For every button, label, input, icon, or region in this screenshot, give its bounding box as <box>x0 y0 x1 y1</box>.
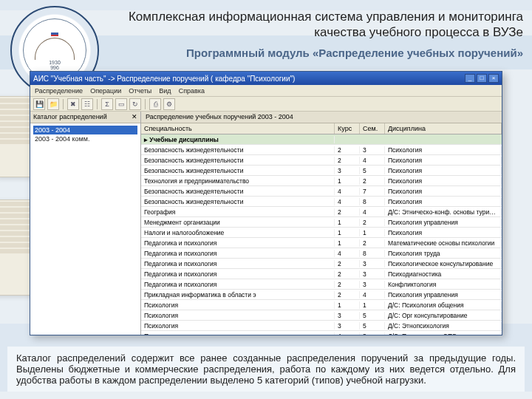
cell-kurs: 2 <box>335 291 360 299</box>
col-disc[interactable]: Дисциплина <box>385 123 502 134</box>
col-sem[interactable]: Сем. <box>360 123 385 134</box>
cell-sem: 4 <box>360 157 385 164</box>
cell-spec: Менеджмент организации <box>141 219 335 226</box>
table-row[interactable]: Педагогика и психология23Конфликтология <box>141 279 502 290</box>
cell-spec: Безопасность жизнедеятельности <box>141 157 335 164</box>
table-row[interactable]: Технология и предпринимательство12Психол… <box>141 176 502 186</box>
menu-item[interactable]: Отчеты <box>129 87 151 95</box>
table-row[interactable]: Прикладная информатика в области э24Псих… <box>141 290 502 300</box>
tool-icon[interactable]: ⚙ <box>163 98 175 110</box>
cell-spec: Педагогика и психология <box>141 260 335 267</box>
cell-sem: 8 <box>360 332 385 335</box>
table-row[interactable]: Налоги и налогообложение11Психология <box>141 228 502 238</box>
cell-kurs: 2 <box>335 208 360 216</box>
slide-caption: Каталог распределений содержит все ранее… <box>7 347 525 392</box>
table-row[interactable]: Безопасность жизнедеятельности24Психолог… <box>141 155 502 166</box>
menu-item[interactable]: Справка <box>179 87 205 95</box>
cell-kurs: 4 <box>335 250 360 257</box>
cell-kurs: 4 <box>335 188 360 195</box>
cell-disc: Психология <box>385 157 502 164</box>
grid-title: Распределение учебных поручений 2003 - 2… <box>141 112 502 123</box>
table-row[interactable]: Педагогика и психология23Психологическое… <box>141 259 502 269</box>
flag-icon <box>51 31 58 36</box>
cell-spec: Педагогика и психология <box>141 239 335 247</box>
cell-sem: 1 <box>360 301 385 309</box>
separator <box>63 99 64 109</box>
cell-disc: Психология <box>385 198 502 205</box>
table-row[interactable]: Менеджмент организации12Психология управ… <box>141 217 502 228</box>
cell-kurs: 1 <box>335 177 360 185</box>
table-row[interactable]: География24Д/С: Этническо-конф. основы т… <box>141 207 502 217</box>
tree-icon[interactable]: ☷ <box>81 98 93 110</box>
cell-kurs: 4 <box>335 198 360 205</box>
catalog-title: Каталог распределений <box>33 113 107 121</box>
cell-sem: 8 <box>360 198 385 205</box>
cell-disc: Психология <box>385 167 502 174</box>
cell-sem: 2 <box>360 219 385 226</box>
page-icon[interactable]: ▭ <box>115 98 127 110</box>
col-spec[interactable]: Специальность <box>141 123 335 134</box>
cell-spec: Педагогика и психология <box>141 270 335 278</box>
table-row[interactable]: Психология11Д/С: Психология общения <box>141 300 502 310</box>
cell-kurs: 3 <box>335 322 360 330</box>
table-row[interactable]: Безопасность жизнедеятельности23Психолог… <box>141 145 502 155</box>
cell-disc: Психология управления <box>385 291 502 299</box>
table-row[interactable]: Педагогика и психология48Психология труд… <box>141 248 502 259</box>
table-row[interactable]: Психология48Д/С: Практикум по СПЭ <box>141 331 502 335</box>
menu-item[interactable]: Распределение <box>35 87 83 95</box>
group-row[interactable]: ▸ Учебные дисциплины <box>141 134 502 145</box>
cell-sem: 7 <box>360 188 385 195</box>
grid-body[interactable]: ▸ Учебные дисциплиныБезопасность жизнеде… <box>141 134 502 335</box>
sum-icon[interactable]: Σ <box>101 98 113 110</box>
catalog-pane: Каталог распределений ✕ 2003 - 2004 2003… <box>30 112 141 335</box>
cell-disc: Д/С: Орг консультирование <box>385 312 502 319</box>
table-row[interactable]: Психология35Д/С: Этнопсихология <box>141 321 502 331</box>
arch-icon <box>35 38 75 60</box>
menubar: Распределение Операции Отчеты Вид Справк… <box>30 85 502 97</box>
cell-disc: Д/С: Психология общения <box>385 301 502 309</box>
cell-spec: Психология <box>141 332 335 335</box>
cell-spec: Педагогика и психология <box>141 281 335 288</box>
cell-spec: Безопасность жизнедеятельности <box>141 188 335 195</box>
tree-item[interactable]: 2003 - 2004 комм. <box>33 134 137 143</box>
print-icon[interactable]: ⎙ <box>149 98 161 110</box>
cell-spec: География <box>141 208 335 216</box>
cell-kurs: 2 <box>335 281 360 288</box>
folder-icon[interactable]: 📁 <box>47 98 59 110</box>
minimize-button[interactable]: _ <box>465 74 475 83</box>
close-button[interactable]: × <box>488 74 499 83</box>
col-kurs[interactable]: Курс <box>335 123 360 134</box>
maximize-button[interactable]: □ <box>477 74 487 83</box>
refresh-icon[interactable]: ↻ <box>129 98 141 110</box>
cell-disc: Д/С: Этнопсихология <box>385 322 502 330</box>
menu-item[interactable]: Вид <box>159 87 171 95</box>
close-pane-button[interactable]: ✕ <box>132 113 137 121</box>
cell-spec: Налоги и налогообложение <box>141 229 335 236</box>
app-window: АИС "Учебная часть" -> Распределение пор… <box>30 71 502 335</box>
table-row[interactable]: Педагогика и психология23Психодиагностик… <box>141 269 502 279</box>
window-titlebar[interactable]: АИС "Учебная часть" -> Распределение пор… <box>30 72 502 85</box>
save-icon[interactable]: 💾 <box>33 98 45 110</box>
table-row[interactable]: Безопасность жизнедеятельности35Психолог… <box>141 166 502 176</box>
cell-kurs: 3 <box>335 312 360 319</box>
cell-sem: 2 <box>360 177 385 185</box>
table-row[interactable]: Педагогика и психология12Математические … <box>141 238 502 248</box>
cell-disc: Психология <box>385 188 502 195</box>
delete-icon[interactable]: ✖ <box>67 98 79 110</box>
menu-item[interactable]: Операции <box>90 87 121 95</box>
slide-title-line2: качества учебного процесса в ВУЗе <box>111 24 523 40</box>
table-row[interactable]: Безопасность жизнедеятельности47Психолог… <box>141 186 502 197</box>
window-title: АИС "Учебная часть" -> Распределение пор… <box>33 75 295 83</box>
table-row[interactable]: Безопасность жизнедеятельности48Психолог… <box>141 197 502 207</box>
cell-spec: Безопасность жизнедеятельности <box>141 146 335 154</box>
cell-sem: 4 <box>360 208 385 216</box>
cell-sem: 3 <box>360 281 385 288</box>
cell-disc: Конфликтология <box>385 281 502 288</box>
table-row[interactable]: Психология35Д/С: Орг консультирование <box>141 310 502 321</box>
cell-sem: 3 <box>360 146 385 154</box>
cell-sem: 2 <box>360 239 385 247</box>
cell-kurs: 1 <box>335 219 360 226</box>
cell-disc: Психология <box>385 229 502 236</box>
catalog-tree[interactable]: 2003 - 2004 2003 - 2004 комм. <box>30 123 140 146</box>
tree-item[interactable]: 2003 - 2004 <box>33 126 137 134</box>
